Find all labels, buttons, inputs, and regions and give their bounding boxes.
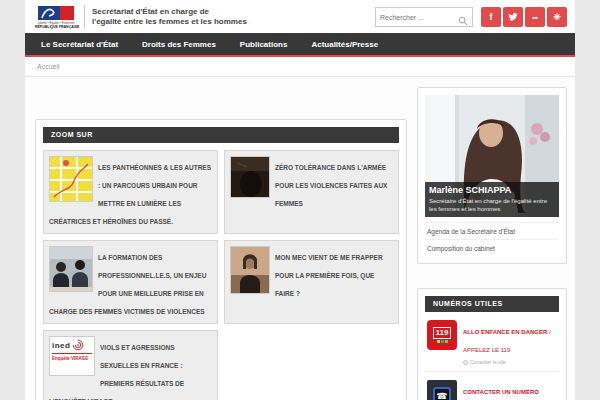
numero-allo-enfance[interactable]: 119 ALLO ENFANCE EN DANGER / APPELEZ LE …: [425, 312, 559, 372]
zoom-sur-section: ZOOM SUR LES PANTHÉONNES &: [35, 119, 407, 400]
article-armee[interactable]: ZÉRO TOLÉRANCE DANS L'ARMÉE POUR LES VIO…: [224, 150, 399, 234]
header-actions: f •• ✳: [375, 7, 567, 27]
article-pantheonnes[interactable]: LES PANTHÉONNES & LES AUTRES : UN PARCOU…: [43, 150, 218, 234]
sidebar: Marlène SCHIAPPA Secrétaire d'État en ch…: [417, 77, 567, 400]
numero-title: CONTACTER UN NUMÉRO D'URGENCE: [463, 389, 539, 400]
article-title: MON MEC VIENT DE ME FRAPPER POUR LA PREM…: [275, 254, 383, 297]
social-buttons: f •• ✳: [481, 7, 567, 27]
zoom-sur-grid: LES PANTHÉONNES & LES AUTRES : UN PARCOU…: [43, 150, 399, 400]
article-formation[interactable]: LA FORMATION DES PROFESSIONNEL.LE.S, UN …: [43, 240, 218, 324]
ined-spiral-icon: [72, 339, 84, 351]
site-title-line1: Secrétariat d'État en charge de: [92, 7, 247, 17]
map-thumbnail: [49, 156, 93, 202]
ined-logo-text: ined: [52, 341, 70, 350]
breadcrumb-home[interactable]: Accueil: [37, 63, 60, 70]
logo-motto: Liberté • Égalité • Fraternité: [35, 21, 77, 25]
site-header: Liberté • Égalité • Fraternité RÉPUBLIQU…: [25, 0, 575, 33]
logo-country: RÉPUBLIQUE FRANÇAISE: [35, 25, 77, 29]
search-icon[interactable]: [458, 12, 468, 22]
minister-name: Marlène SCHIAPPA: [429, 185, 555, 196]
flickr-icon[interactable]: ••: [525, 7, 545, 27]
twitter-icon[interactable]: [503, 7, 523, 27]
nav-item-secretariat[interactable]: Le Secrétariat d'État: [29, 33, 130, 55]
article-mon-mec[interactable]: MON MEC VIENT DE ME FRAPPER POUR LA PREM…: [224, 240, 399, 324]
main-nav: Le Secrétariat d'État Droits des Femmes …: [25, 33, 575, 57]
nav-item-actualites-presse[interactable]: Actualités/Presse: [299, 33, 390, 55]
minister-caption: Marlène SCHIAPPA Secrétaire d'État en ch…: [425, 182, 559, 217]
site-title: Secrétariat d'État en charge de l'égalit…: [92, 7, 247, 27]
arrow-circle-icon: [463, 360, 468, 365]
brand-divider: [84, 5, 85, 29]
content: ZOOM SUR LES PANTHÉONNES &: [25, 77, 575, 400]
emergency-phone-icon: ☎: [427, 380, 457, 400]
badge-119-icon: 119: [427, 320, 457, 350]
numero-title: ALLO ENFANCE EN DANGER / APPELEZ LE 119: [463, 329, 551, 353]
rss-icon[interactable]: ✳: [547, 7, 567, 27]
article-virage[interactable]: ined Enquête VIRAGE: [43, 330, 218, 400]
site-logo-link[interactable]: Liberté • Égalité • Fraternité RÉPUBLIQU…: [35, 5, 247, 29]
page-container: Liberté • Égalité • Fraternité RÉPUBLIQU…: [25, 0, 575, 400]
numeros-utiles-header: NUMÉROS UTILES: [425, 296, 559, 312]
search-input[interactable]: [380, 14, 458, 21]
minister-role: Secrétaire d'État en charge de l'égalité…: [429, 197, 555, 213]
woman-photo-thumbnail: [230, 246, 270, 294]
meeting-photo-thumbnail: [49, 246, 93, 292]
link-agenda-secretaire[interactable]: Agenda de la Secrétaire d'État: [425, 222, 559, 239]
link-composition-cabinet[interactable]: Composition du cabinet: [425, 239, 559, 256]
search-box: [375, 7, 473, 27]
numeros-utiles-widget: NUMÉROS UTILES 119 ALLO ENFANCE EN DANGE…: [417, 288, 567, 400]
ined-virage-logo: ined Enquête VIRAGE: [49, 336, 95, 376]
numero-more-link: Consulter le site: [463, 359, 557, 365]
army-photo-thumbnail: [230, 156, 270, 198]
facebook-icon[interactable]: f: [481, 7, 501, 27]
marianne-icon: [38, 6, 60, 20]
minister-photo[interactable]: Marlène SCHIAPPA Secrétaire d'État en ch…: [425, 95, 559, 217]
minister-links: Agenda de la Secrétaire d'État Compositi…: [425, 222, 559, 256]
zoom-sur-header: ZOOM SUR: [43, 127, 399, 143]
breadcrumb: Accueil: [25, 57, 575, 77]
minister-widget: Marlène SCHIAPPA Secrétaire d'État en ch…: [417, 87, 567, 264]
nav-item-publications[interactable]: Publications: [228, 33, 300, 55]
numero-urgence[interactable]: ☎ CONTACTER UN NUMÉRO D'URGENCE En savoi…: [425, 372, 559, 400]
french-flag-icon: [38, 6, 74, 20]
enquete-virage-label: Enquête VIRAGE: [52, 356, 92, 361]
france-gov-logo: Liberté • Égalité • Fraternité RÉPUBLIQU…: [35, 6, 77, 29]
site-title-line2: l'égalité entre les femmes et les hommes: [92, 17, 247, 27]
main-column: ZOOM SUR LES PANTHÉONNES &: [35, 77, 407, 400]
article-title: ZÉRO TOLÉRANCE DANS L'ARMÉE POUR LES VIO…: [275, 164, 387, 207]
nav-item-droits-des-femmes[interactable]: Droits des Femmes: [130, 33, 228, 55]
